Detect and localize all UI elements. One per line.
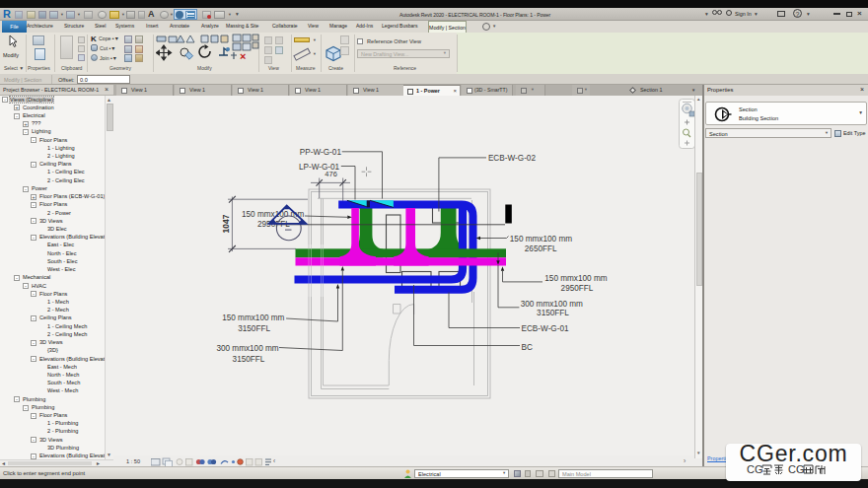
svg-text:3150FFL: 3150FFL bbox=[537, 309, 569, 317]
svg-text:PP-W-G-01: PP-W-G-01 bbox=[300, 148, 342, 157]
svg-text:CG: CG bbox=[788, 463, 805, 475]
svg-text:ECB-W-G-02: ECB-W-G-02 bbox=[488, 154, 537, 163]
svg-text:300 mmx100 mm: 300 mmx100 mm bbox=[216, 344, 278, 353]
svg-text:1047: 1047 bbox=[221, 214, 231, 233]
svg-text:300 mmx100 mm: 300 mmx100 mm bbox=[521, 300, 583, 309]
svg-text:3150FFL: 3150FFL bbox=[238, 324, 270, 333]
svg-text:476: 476 bbox=[325, 170, 337, 178]
svg-text:150 mmx100 mm: 150 mmx100 mm bbox=[510, 235, 572, 244]
svg-text:150 mmx100 mm: 150 mmx100 mm bbox=[222, 314, 284, 322]
svg-text:2950FFL: 2950FFL bbox=[561, 284, 594, 293]
svg-text:ECB-W-G-01: ECB-W-G-01 bbox=[522, 324, 570, 333]
svg-text:BC: BC bbox=[522, 343, 533, 352]
svg-text:150 mmx100 mm: 150 mmx100 mm bbox=[544, 274, 607, 283]
svg-text:2650FFL: 2650FFL bbox=[525, 244, 557, 253]
svg-text:CG: CG bbox=[747, 463, 763, 475]
svg-text:3150FFL: 3150FFL bbox=[233, 355, 265, 364]
svg-text:×: × bbox=[240, 50, 246, 62]
